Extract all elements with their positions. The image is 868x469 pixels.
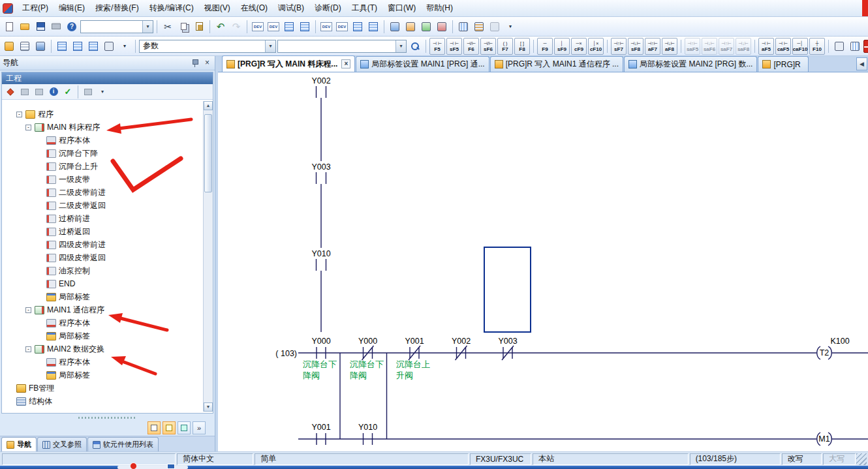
tree-item-local-label[interactable]: 局部标签: [2, 369, 213, 382]
info-icon[interactable]: i: [47, 85, 60, 98]
parameter-combo[interactable]: 参数▾: [139, 40, 276, 53]
new-project-icon[interactable]: [2, 20, 16, 34]
panel-resize-handle[interactable]: [0, 415, 215, 420]
menu-window[interactable]: 窗口(W): [382, 0, 421, 16]
menu-tools[interactable]: 工具(T): [347, 0, 382, 16]
edit-cursor-box[interactable]: [484, 247, 531, 332]
expander-icon[interactable]: -: [25, 125, 31, 130]
ladder-canvas[interactable]: Y002 Y003 Y010 ( 103) Y000 Y000 Y001 Y00…: [218, 72, 868, 451]
combo-dropdown-icon[interactable]: ▾: [395, 40, 406, 52]
collapse-all-icon[interactable]: [18, 85, 31, 98]
tree-item-section[interactable]: 二级皮带前进: [2, 186, 213, 199]
tab-scroll-left-icon[interactable]: ◀: [856, 57, 867, 70]
tree-item-end[interactable]: END: [2, 277, 213, 290]
zoom-icon[interactable]: [102, 39, 116, 53]
save-layout-icon[interactable]: [178, 421, 191, 434]
scroll-down-icon[interactable]: ▼: [204, 402, 213, 412]
menu-find-replace[interactable]: 搜索/替换(F): [90, 0, 144, 16]
nav-tab-cross-reference[interactable]: 交叉参照: [37, 437, 87, 451]
expand-all-icon[interactable]: [33, 85, 46, 98]
remote-operation-icon[interactable]: [435, 20, 449, 34]
tree-item-section[interactable]: 四级皮带返回: [2, 251, 213, 264]
fkey-f6[interactable]: ⊣/⊢F6: [463, 38, 479, 55]
copy-icon[interactable]: [176, 20, 191, 34]
sampling-trace-icon[interactable]: [350, 20, 365, 34]
fkey-saf7[interactable]: ⊣↑⊢saF7: [719, 38, 734, 55]
device-memory-icon[interactable]: DEV: [251, 20, 265, 34]
buffer-memory-icon[interactable]: DEV: [335, 20, 349, 34]
menu-online[interactable]: 在线(O): [236, 0, 273, 16]
paste-icon[interactable]: [192, 20, 206, 34]
device-monitor-icon[interactable]: DEV: [266, 20, 281, 34]
fkey-sf6[interactable]: ⊣/⊢sF6: [480, 38, 496, 55]
fkey-sf7[interactable]: ⊣↑⊢sF7: [611, 38, 627, 55]
stl-instruction-icon[interactable]: [848, 39, 862, 53]
fkey-saf8[interactable]: ⊣↓⊢saF8: [736, 38, 751, 55]
device-batch-monitor-icon[interactable]: DEV: [319, 20, 333, 34]
tree-item-section[interactable]: 过桥返回: [2, 225, 213, 238]
search-icon[interactable]: [408, 39, 422, 53]
program-list-icon[interactable]: [366, 20, 380, 34]
tree-item-program-body[interactable]: 程序本体: [2, 356, 213, 369]
ladder-monitor-icon[interactable]: [282, 20, 296, 34]
nav-tab-navigation[interactable]: 导航: [1, 437, 37, 451]
project-parameter-icon[interactable]: [4, 85, 17, 98]
verify-with-plc-icon[interactable]: [419, 20, 433, 34]
fkey-f8[interactable]: [ ]F8: [514, 38, 530, 55]
tree-item-program-folder[interactable]: -程序: [2, 108, 213, 121]
expander-icon[interactable]: -: [25, 307, 31, 313]
simulation-icon[interactable]: [488, 20, 502, 34]
fkey-cf10[interactable]: │×cF10: [588, 38, 604, 55]
combo-dropdown-icon[interactable]: ▾: [142, 21, 153, 33]
tree-scrollbar[interactable]: ▲ ▼: [203, 101, 213, 412]
menu-debug[interactable]: 调试(B): [273, 0, 309, 16]
fkey-sf5[interactable]: ⊣ ⊢sF5: [446, 38, 462, 55]
redo-icon[interactable]: ↷: [229, 20, 243, 34]
more-chevron-icon[interactable]: »: [193, 421, 206, 434]
filter-icon[interactable]: [82, 85, 95, 98]
tree-item-main1[interactable]: -MAIN1 通信程序: [2, 303, 213, 316]
tree-item-section[interactable]: 油泵控制: [2, 264, 213, 277]
zoom-dropdown-icon[interactable]: ▾: [117, 39, 132, 53]
fkey-af8[interactable]: ⊣↓⊢aF8: [662, 38, 677, 55]
monitor-mode-icon[interactable]: [456, 20, 471, 34]
menu-project[interactable]: 工程(P): [17, 0, 54, 16]
close-icon[interactable]: ×: [202, 58, 212, 68]
nav-tab-device-list[interactable]: 软元件使用列表: [87, 437, 159, 451]
open-project-icon[interactable]: [18, 20, 32, 34]
scroll-up-icon[interactable]: ▲: [204, 101, 213, 110]
device-comment-icon[interactable]: [70, 39, 85, 53]
tree-item-program-body[interactable]: 程序本体: [2, 316, 213, 329]
sort-icon[interactable]: [147, 421, 161, 434]
tree-item-main[interactable]: -MAIN 料床程序: [2, 121, 213, 134]
undo-icon[interactable]: ↶: [213, 20, 228, 34]
fkey-f10[interactable]: ┼F10: [809, 38, 825, 55]
fkey-caf10[interactable]: ─│caF10: [792, 38, 808, 55]
label-editor-icon[interactable]: [86, 39, 101, 53]
tree-item-program-body[interactable]: 程序本体: [2, 134, 213, 147]
scrollbar-thumb[interactable]: [204, 114, 212, 192]
monitor-write-mode-icon[interactable]: [472, 20, 486, 34]
filter-dropdown-icon[interactable]: ▾: [96, 85, 109, 98]
doc-tab-main-program[interactable]: [PRG]R 写入 MAIN 料床程...×: [222, 55, 355, 72]
fkey-f7[interactable]: ( )F7: [497, 38, 513, 55]
doc-tab-main2-labels[interactable]: 局部标签设置 MAIN2 [PRG] 数...: [624, 56, 757, 72]
save-icon[interactable]: [33, 20, 48, 34]
tree-item-section[interactable]: 四级皮带前进: [2, 238, 213, 251]
menu-compile[interactable]: 转换/编译(C): [144, 0, 199, 16]
ladder-editor-icon[interactable]: [55, 39, 69, 53]
tree-item-section[interactable]: 沉降台上升: [2, 160, 213, 173]
tree-item-section[interactable]: 过桥前进: [2, 212, 213, 225]
fkey-f5[interactable]: ⊣ ⊢F5: [429, 38, 445, 55]
fkey-sf8[interactable]: ⊣↓⊢sF8: [628, 38, 643, 55]
fkey-sf9[interactable]: │sF9: [554, 38, 570, 55]
close-icon[interactable]: ×: [341, 59, 350, 68]
fkey-af7[interactable]: ⊣↑⊢aF7: [645, 38, 660, 55]
doc-tab-main1-labels[interactable]: 局部标签设置 MAIN1 [PRG] 通...: [356, 56, 489, 72]
doc-tab-main1-program[interactable]: [PRG]R 写入 MAIN1 通信程序 ...: [490, 56, 623, 72]
fkey-af5[interactable]: ⊣ ⊢aF5: [758, 38, 774, 55]
tree-item-section[interactable]: 沉降台下降: [2, 147, 213, 160]
cut-icon[interactable]: ✂: [161, 20, 175, 34]
fkey-cf9[interactable]: ─×cF9: [571, 38, 587, 55]
tree-item-section[interactable]: 一级皮带: [2, 173, 213, 186]
